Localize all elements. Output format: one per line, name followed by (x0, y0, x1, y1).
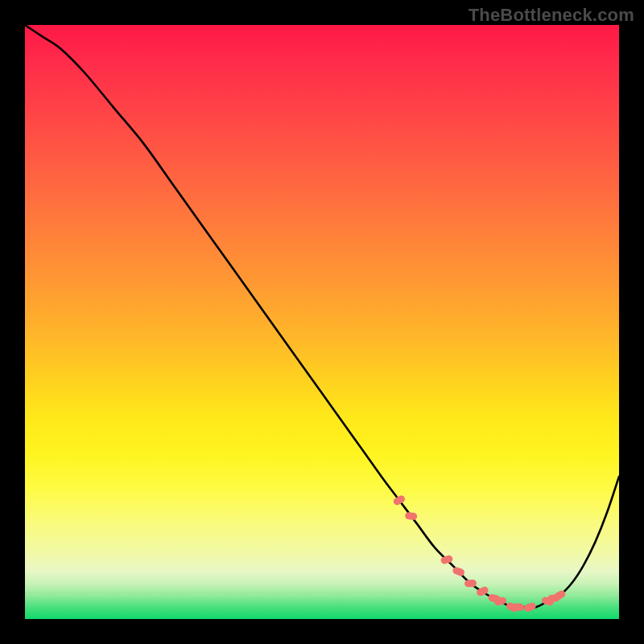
watermark-label: TheBottleneck.com (469, 5, 634, 26)
plot-area (25, 25, 619, 619)
optimal-marker (523, 601, 537, 613)
optimal-marker-group (392, 494, 567, 613)
optimal-marker (464, 580, 477, 588)
optimal-marker (405, 512, 418, 521)
chart-frame: TheBottleneck.com (0, 0, 644, 644)
optimal-marker (392, 494, 406, 506)
bottleneck-curve-svg (25, 25, 619, 619)
optimal-marker (512, 603, 524, 611)
bottleneck-curve (25, 25, 619, 608)
